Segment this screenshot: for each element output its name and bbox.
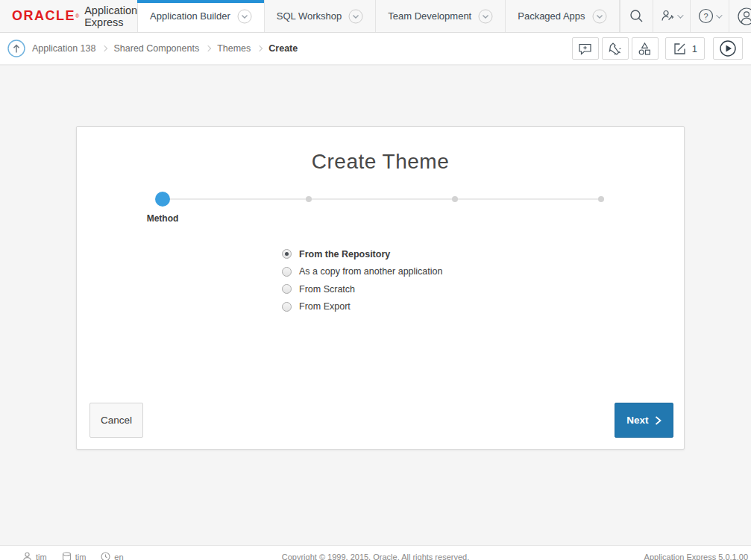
radio-option-label[interactable]: From Export bbox=[299, 301, 351, 312]
radio-option-from-repository[interactable]: From the Repository bbox=[282, 245, 442, 263]
breadcrumb-themes[interactable]: Themes bbox=[217, 43, 251, 54]
user-menu-button[interactable] bbox=[729, 0, 751, 32]
tab-label: Application Builder bbox=[150, 10, 230, 22]
wizard-progress-line bbox=[163, 198, 601, 200]
footer-copyright: Copyright © 1999, 2015, Oracle. All righ… bbox=[0, 553, 751, 560]
help-icon: ? bbox=[698, 8, 714, 24]
up-level-icon[interactable] bbox=[7, 40, 25, 57]
search-icon bbox=[629, 9, 644, 23]
page-action-buttons: 1 bbox=[569, 37, 745, 60]
breadcrumb-separator-icon bbox=[101, 45, 107, 51]
oracle-logo: ORACLE® Application Express bbox=[0, 0, 137, 32]
tab-label: Team Development bbox=[388, 10, 471, 22]
radio-option-from-scratch[interactable]: From Scratch bbox=[282, 280, 442, 298]
radio-button-icon[interactable] bbox=[282, 267, 292, 277]
tab-sql-workshop[interactable]: SQL Workshop bbox=[264, 0, 375, 32]
registered-mark: ® bbox=[75, 13, 79, 20]
tab-packaged-apps[interactable]: Packaged Apps bbox=[505, 0, 619, 32]
breadcrumb-separator-icon bbox=[205, 45, 211, 51]
radio-button-icon[interactable] bbox=[282, 249, 292, 259]
page-footer: tim tim en Copyright © 1999, 2015, Oracl… bbox=[0, 545, 751, 560]
next-button-label: Next bbox=[626, 415, 648, 426]
tab-team-development[interactable]: Team Development bbox=[375, 0, 505, 32]
breadcrumb-application[interactable]: Application 138 bbox=[32, 43, 95, 54]
admin-icon bbox=[661, 9, 675, 23]
top-navigation-bar: ORACLE® Application Express Application … bbox=[0, 0, 751, 33]
radio-option-from-export[interactable]: From Export bbox=[282, 298, 442, 316]
create-theme-wizard-card: Create Theme Method From the Repository … bbox=[76, 126, 685, 450]
run-icon bbox=[719, 40, 737, 57]
utilities-button[interactable] bbox=[602, 37, 629, 60]
shared-components-icon bbox=[637, 41, 653, 57]
chevron-down-icon[interactable] bbox=[592, 9, 607, 24]
wizard-step-label: Method bbox=[125, 213, 200, 224]
wizard-step-4-dot bbox=[598, 196, 604, 202]
administration-menu-button[interactable] bbox=[653, 0, 690, 32]
cancel-button[interactable]: Cancel bbox=[89, 403, 143, 438]
user-icon bbox=[737, 7, 751, 26]
chevron-down-icon bbox=[677, 12, 683, 18]
spotlight-icon bbox=[607, 41, 623, 57]
breadcrumb: Application 138 Shared Components Themes… bbox=[32, 43, 298, 54]
product-name-text: Application Express bbox=[84, 4, 137, 28]
nav-tabs: Application Builder SQL Workshop Team De… bbox=[137, 0, 619, 32]
search-button[interactable] bbox=[620, 0, 653, 32]
radio-option-copy-from-application[interactable]: As a copy from another application bbox=[282, 263, 442, 281]
header-utility-icons: ? bbox=[620, 0, 751, 32]
edit-page-number: 1 bbox=[692, 43, 697, 54]
shared-components-button[interactable] bbox=[632, 37, 659, 60]
chevron-down-icon[interactable] bbox=[348, 9, 363, 24]
footer-version: Application Express 5.0.1.00 bbox=[644, 553, 748, 560]
breadcrumb-bar: Application 138 Shared Components Themes… bbox=[0, 33, 751, 66]
comment-button[interactable] bbox=[572, 37, 599, 60]
oracle-brand-text: ORACLE bbox=[12, 8, 75, 24]
run-application-button[interactable] bbox=[713, 37, 743, 60]
radio-option-label[interactable]: From the Repository bbox=[299, 249, 390, 259]
radio-option-label[interactable]: As a copy from another application bbox=[299, 266, 442, 277]
tab-application-builder[interactable]: Application Builder bbox=[137, 0, 264, 32]
radio-option-label[interactable]: From Scratch bbox=[299, 284, 355, 295]
svg-text:?: ? bbox=[704, 12, 708, 21]
radio-button-icon[interactable] bbox=[282, 284, 292, 294]
next-button[interactable]: Next bbox=[615, 403, 673, 438]
tab-label: Packaged Apps bbox=[518, 10, 585, 22]
wizard-step-2-dot bbox=[306, 196, 312, 202]
edit-page-button[interactable]: 1 bbox=[665, 37, 705, 60]
chevron-down-icon[interactable] bbox=[237, 9, 252, 24]
help-menu-button[interactable]: ? bbox=[690, 0, 729, 32]
method-radio-group: From the Repository As a copy from anoth… bbox=[282, 245, 442, 315]
wizard-step-3-dot bbox=[452, 196, 458, 202]
comment-icon bbox=[577, 41, 593, 57]
chevron-down-icon bbox=[716, 12, 722, 18]
page-title: Create Theme bbox=[77, 150, 684, 174]
tab-label: SQL Workshop bbox=[277, 10, 342, 22]
breadcrumb-shared-components[interactable]: Shared Components bbox=[113, 43, 199, 54]
breadcrumb-create: Create bbox=[268, 43, 298, 54]
breadcrumb-separator-icon bbox=[257, 45, 263, 51]
radio-button-icon[interactable] bbox=[282, 302, 292, 312]
chevron-right-icon bbox=[655, 416, 662, 425]
wizard-step-1-dot bbox=[155, 192, 170, 207]
chevron-down-icon[interactable] bbox=[478, 9, 493, 24]
edit-page-icon bbox=[673, 42, 687, 56]
